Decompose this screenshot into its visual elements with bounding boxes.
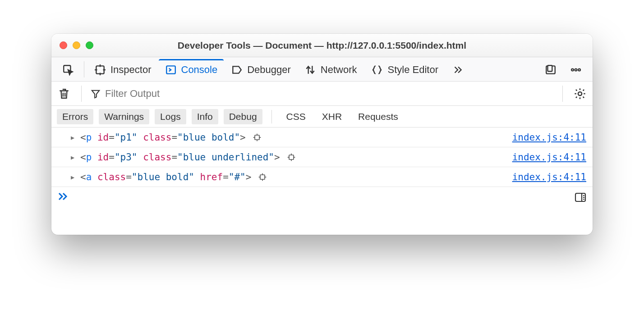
funnel-icon	[91, 89, 101, 99]
pick-element-button[interactable]	[56, 59, 80, 79]
tab-label: Inspector	[110, 64, 152, 76]
tab-label: Style Editor	[388, 64, 439, 76]
separator	[271, 110, 272, 123]
filter-requests[interactable]: Requests	[353, 109, 404, 124]
svg-point-16	[578, 91, 582, 95]
svg-point-12	[575, 69, 577, 71]
inspect-node-icon[interactable]	[286, 152, 296, 162]
tab-debugger[interactable]: Debugger	[225, 59, 297, 79]
titlebar: Developer Tools — Document — http://127.…	[51, 34, 593, 57]
logged-node[interactable]: <p id="p3" class="blue underlined">	[80, 152, 280, 163]
svg-point-11	[571, 69, 574, 71]
window-title: Developer Tools — Document — http://127.…	[51, 40, 593, 51]
tab-console[interactable]: Console	[159, 59, 224, 79]
separator	[562, 86, 563, 102]
minimize-button[interactable]	[73, 41, 80, 49]
separator	[84, 61, 84, 77]
svg-rect-1	[96, 66, 104, 73]
more-tabs-button[interactable]	[446, 59, 470, 79]
console-row: ▸<a class="blue bold" href="#">index.js:…	[51, 167, 593, 187]
filter-placeholder: Filter Output	[105, 88, 160, 100]
logged-node[interactable]: <a class="blue bold" href="#">	[80, 172, 251, 182]
close-button[interactable]	[60, 41, 67, 49]
clear-console-button[interactable]	[56, 86, 72, 102]
style-editor-icon	[371, 64, 383, 76]
dock-icon	[545, 64, 557, 76]
filter-xhr[interactable]: XHR	[317, 109, 347, 124]
tab-network[interactable]: Network	[298, 59, 363, 79]
source-location-link[interactable]: index.js:4:11	[512, 132, 586, 143]
sidebar-icon	[575, 192, 586, 202]
zoom-button[interactable]	[86, 41, 93, 49]
source-location-link[interactable]: index.js:4:11	[512, 172, 586, 182]
svg-rect-10	[548, 65, 552, 71]
filter-input[interactable]: Filter Output	[91, 88, 553, 100]
tab-inspector[interactable]: Inspector	[88, 59, 158, 79]
inspector-icon	[94, 64, 106, 76]
dots-icon	[570, 64, 582, 76]
console-input-row[interactable]	[51, 187, 593, 208]
pick-element-icon	[62, 64, 74, 76]
network-icon	[304, 64, 316, 76]
filter-warnings[interactable]: Warnings	[99, 109, 149, 124]
svg-point-13	[578, 69, 580, 71]
source-location-link[interactable]: index.js:4:11	[512, 152, 586, 163]
logged-node[interactable]: <p id="p1" class="blue bold">	[80, 132, 246, 143]
kebab-menu-button[interactable]	[564, 59, 588, 79]
chevrons-right-icon	[452, 64, 464, 76]
filter-logs[interactable]: Logs	[155, 109, 186, 124]
console-row: ▸<p id="p1" class="blue bold">index.js:4…	[51, 128, 593, 147]
toggle-sidebar-button[interactable]	[575, 192, 586, 202]
prompt-icon	[58, 191, 69, 204]
svg-rect-27	[260, 175, 265, 179]
tab-label: Network	[321, 64, 357, 76]
console-icon	[165, 64, 177, 76]
separator	[81, 86, 82, 102]
filter-info[interactable]: Info	[192, 109, 218, 124]
filter-errors[interactable]: Errors	[57, 109, 93, 124]
console-row: ▸<p id="p3" class="blue underlined">inde…	[51, 147, 593, 167]
console-output: ▸<p id="p1" class="blue bold">index.js:4…	[51, 128, 593, 187]
console-filter-bar: Filter Output	[51, 82, 593, 106]
devtools-window: Developer Tools — Document — http://127.…	[51, 34, 593, 235]
debugger-icon	[231, 64, 243, 76]
tab-label: Debugger	[247, 64, 291, 76]
console-category-bar: Errors Warnings Logs Info Debug CSS XHR …	[51, 106, 593, 128]
inspect-node-icon[interactable]	[252, 132, 262, 142]
devtools-tabbar: Inspector Console Debugger Network	[51, 57, 593, 82]
filter-css[interactable]: CSS	[281, 109, 311, 124]
expand-triangle[interactable]: ▸	[69, 152, 76, 163]
inspect-node-icon[interactable]	[258, 172, 267, 182]
console-settings-button[interactable]	[572, 86, 588, 102]
svg-rect-22	[289, 155, 294, 160]
filter-debug[interactable]: Debug	[224, 109, 262, 124]
expand-triangle[interactable]: ▸	[69, 172, 76, 182]
window-controls	[60, 41, 93, 49]
tab-label: Console	[181, 64, 218, 76]
tab-style-editor[interactable]: Style Editor	[364, 59, 445, 79]
gear-icon	[574, 87, 586, 100]
svg-rect-17	[255, 135, 259, 140]
dock-mode-button[interactable]	[538, 59, 563, 79]
expand-triangle[interactable]: ▸	[69, 132, 76, 143]
trash-icon	[58, 87, 70, 100]
